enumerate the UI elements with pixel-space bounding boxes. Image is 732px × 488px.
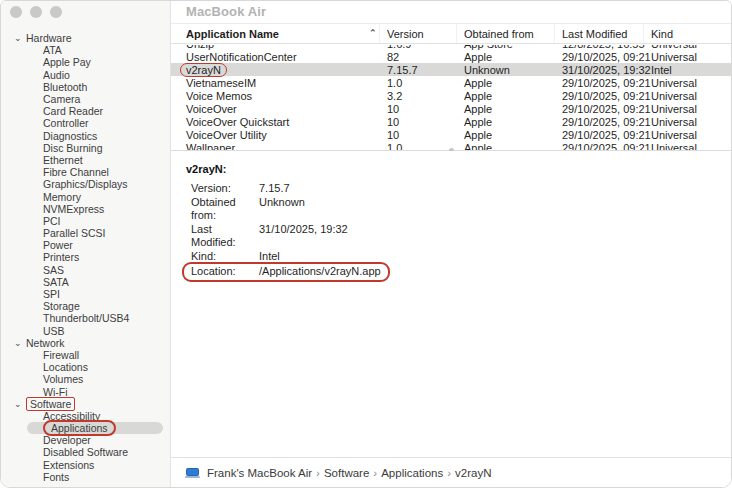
cell-version: 1.6.9	[379, 45, 456, 50]
cell-obtained: Unknown	[456, 64, 554, 76]
sidebar-item-ata[interactable]: ATA	[1, 44, 170, 56]
sidebar-item-firewall[interactable]: Firewall	[1, 349, 170, 361]
sidebar-item-disc-burning[interactable]: Disc Burning	[1, 142, 170, 154]
detail-field-label: Location:	[191, 265, 259, 279]
sidebar-item-bluetooth[interactable]: Bluetooth	[1, 81, 170, 93]
cell-name: Unzip	[171, 45, 379, 50]
sidebar-item-extensions[interactable]: Extensions	[1, 459, 170, 471]
cell-kind: Universal	[643, 116, 731, 128]
sidebar-item-thunderbolt-usb4[interactable]: Thunderbolt/USB4	[1, 312, 170, 324]
annotation-highlight: v2rayN	[180, 63, 227, 77]
sidebar-item-wi-fi[interactable]: Wi-Fi	[1, 385, 170, 397]
sidebar-item-nvmexpress[interactable]: NVMExpress	[1, 203, 170, 215]
sidebar-item-label: Printers	[43, 251, 79, 263]
column-header-obtained-from[interactable]: Obtained from	[456, 24, 554, 43]
sidebar-item-disabled-software[interactable]: Disabled Software	[1, 446, 170, 458]
table-row-v2rayn[interactable]: v2rayN7.15.7Unknown31/10/2025, 19:32Inte…	[171, 63, 731, 76]
table-row-usernotificationcenter[interactable]: UserNotificationCenter82Apple29/10/2025,…	[171, 50, 731, 63]
sidebar-item-applications[interactable]: Applications	[1, 422, 170, 434]
sidebar-item-spi[interactable]: SPI	[1, 288, 170, 300]
detail-field-label: Version:	[191, 182, 259, 196]
sidebar-item-developer[interactable]: Developer	[1, 434, 170, 446]
sidebar-item-audio[interactable]: Audio	[1, 69, 170, 81]
cell-obtained: Apple	[456, 103, 554, 115]
table-row-vietnameseim[interactable]: VietnameseIM1.0Apple29/10/2025, 09:21Uni…	[171, 76, 731, 89]
sidebar-item-label: Camera	[43, 93, 80, 105]
column-header-last-modified[interactable]: Last Modified	[554, 24, 643, 43]
detail-field-label: Last Modified:	[191, 223, 259, 250]
sidebar-item-sas[interactable]: SAS	[1, 264, 170, 276]
detail-field-value: Intel	[259, 250, 280, 264]
cell-obtained: Apple	[456, 116, 554, 128]
sidebar-item-sata[interactable]: SATA	[1, 276, 170, 288]
sidebar-item-apple-pay[interactable]: Apple Pay	[1, 56, 170, 68]
cell-obtained: Apple	[456, 129, 554, 141]
sidebar-item-printers[interactable]: Printers	[1, 251, 170, 263]
column-header-version[interactable]: Version	[379, 24, 456, 43]
cell-version: 3.2	[379, 90, 456, 102]
cell-name: Wallpaper	[171, 142, 379, 151]
column-header-application-name[interactable]: Application Name ⌃	[171, 24, 379, 43]
cell-kind: Universal	[643, 142, 731, 151]
table-row-unzip[interactable]: Unzip1.6.9App Store12/8/2025, 16:55Unive…	[171, 45, 731, 50]
breadcrumb-item-v2rayn: v2rayN	[455, 467, 491, 479]
sidebar-item-parallel-scsi[interactable]: Parallel SCSI	[1, 227, 170, 239]
column-header-kind[interactable]: Kind	[643, 24, 731, 43]
sidebar-item-network[interactable]: ⌄Network	[1, 337, 170, 349]
status-bar: Frank's MacBook Air›Software›Application…	[171, 457, 731, 487]
chevron-down-icon[interactable]: ⌄	[14, 398, 22, 410]
sidebar-item-ethernet[interactable]: Ethernet	[1, 154, 170, 166]
detail-field-value: 31/10/2025, 19:32	[259, 223, 348, 250]
cell-version: 82	[379, 51, 456, 63]
cell-name: VoiceOver Utility	[171, 129, 379, 141]
sidebar-item-label: PCI	[43, 215, 61, 227]
table-row-voice-memos[interactable]: Voice Memos3.2Apple29/10/2025, 09:21Univ…	[171, 89, 731, 102]
table-row-voiceover-utility[interactable]: VoiceOver Utility10Apple29/10/2025, 09:2…	[171, 128, 731, 141]
sidebar: ⌄HardwareATAApple PayAudioBluetoothCamer…	[1, 1, 171, 487]
detail-field-value: 7.15.7	[259, 182, 290, 196]
sidebar-item-power[interactable]: Power	[1, 239, 170, 251]
sidebar-item-label: Volumes	[43, 373, 83, 385]
zoom-button[interactable]	[50, 6, 62, 18]
breadcrumb-item-applications: Applications	[381, 467, 443, 479]
minimize-button[interactable]	[30, 6, 42, 18]
sidebar-item-software[interactable]: ⌄Software	[1, 398, 170, 410]
sidebar-item-label: Storage	[43, 300, 80, 312]
sidebar-item-card-reader[interactable]: Card Reader	[1, 105, 170, 117]
detail-row-location: Location:/Applications/v2rayN.app	[182, 262, 390, 282]
sidebar-item-storage[interactable]: Storage	[1, 300, 170, 312]
chevron-down-icon[interactable]: ⌄	[14, 337, 22, 349]
close-button[interactable]	[10, 6, 22, 18]
sidebar-item-hardware[interactable]: ⌄Hardware	[1, 32, 170, 44]
sidebar-item-pci[interactable]: PCI	[1, 215, 170, 227]
sidebar-item-label: Audio	[43, 69, 70, 81]
sidebar-item-memory[interactable]: Memory	[1, 190, 170, 202]
sidebar-item-controller[interactable]: Controller	[1, 117, 170, 129]
sidebar-item-graphics-displays[interactable]: Graphics/Displays	[1, 178, 170, 190]
sidebar-item-label: Graphics/Displays	[43, 178, 128, 190]
sidebar-item-usb[interactable]: USB	[1, 325, 170, 337]
cell-name: VoiceOver Quickstart	[171, 116, 379, 128]
cell-kind: Universal	[643, 45, 731, 50]
cell-name: UserNotificationCenter	[171, 51, 379, 63]
sidebar-item-label: SPI	[43, 288, 60, 300]
detail-field-value: /Applications/v2rayN.app	[259, 265, 381, 279]
sidebar-item-diagnostics[interactable]: Diagnostics	[1, 130, 170, 142]
breadcrumb: Frank's MacBook Air›Software›Application…	[207, 467, 491, 479]
sidebar-item-fibre-channel[interactable]: Fibre Channel	[1, 166, 170, 178]
cell-obtained: Apple	[456, 51, 554, 63]
chevron-down-icon[interactable]: ⌄	[14, 32, 22, 44]
traffic-lights	[10, 6, 62, 18]
column-header-label: Last Modified	[562, 28, 627, 40]
sidebar-list: ⌄HardwareATAApple PayAudioBluetoothCamer…	[1, 32, 170, 483]
detail-row-version: Version:7.15.7	[191, 182, 390, 196]
detail-row-last-modified: Last Modified:31/10/2025, 19:32	[191, 223, 390, 250]
table-row-voiceover[interactable]: VoiceOver10Apple29/10/2025, 09:21Univers…	[171, 102, 731, 115]
page-title: MacBook Air	[186, 4, 266, 19]
sidebar-item-locations[interactable]: Locations	[1, 361, 170, 373]
sidebar-item-fonts[interactable]: Fonts	[1, 471, 170, 483]
sidebar-item-volumes[interactable]: Volumes	[1, 373, 170, 385]
cell-modified: 29/10/2025, 09:21	[554, 90, 643, 102]
table-row-voiceover-quickstart[interactable]: VoiceOver Quickstart10Apple29/10/2025, 0…	[171, 115, 731, 128]
sidebar-item-camera[interactable]: Camera	[1, 93, 170, 105]
